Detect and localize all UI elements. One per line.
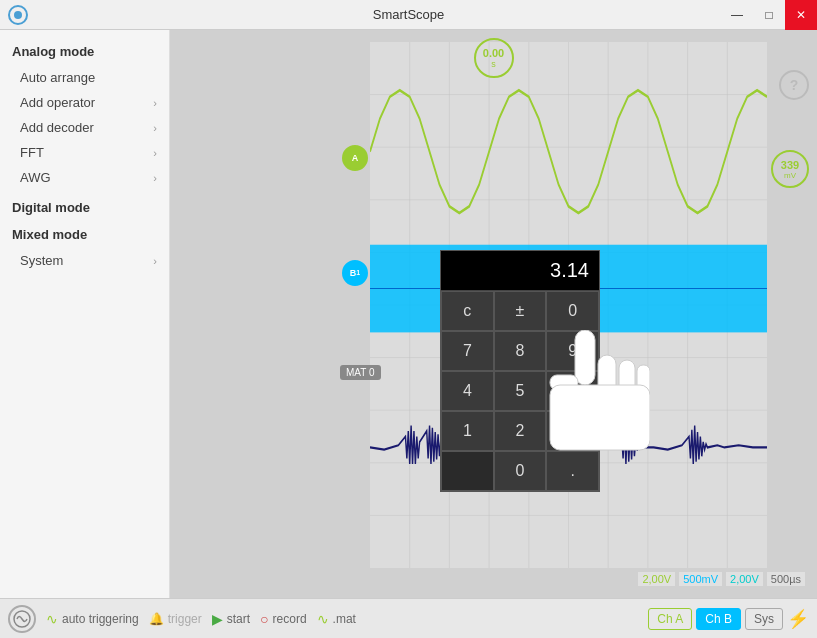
calc-dot-button[interactable]: . bbox=[546, 451, 599, 491]
digital-mode-title: Digital mode bbox=[0, 194, 169, 221]
calc-zero-first-button[interactable]: 0 bbox=[546, 291, 599, 331]
record-icon: ○ bbox=[260, 611, 268, 627]
voltage-indicator: 339 mV bbox=[771, 150, 809, 188]
start-item[interactable]: ▶ start bbox=[212, 611, 250, 627]
auto-arrange-label: Auto arrange bbox=[20, 70, 95, 85]
minimize-button[interactable]: — bbox=[721, 0, 753, 30]
window-title: SmartScope bbox=[373, 7, 445, 22]
app-logo bbox=[8, 5, 28, 25]
usb-icon: ⚡ bbox=[787, 608, 809, 630]
title-bar: SmartScope — □ ✕ bbox=[0, 0, 817, 30]
sidebar-item-add-operator[interactable]: Add operator › bbox=[0, 90, 169, 115]
mixed-mode-title: Mixed mode bbox=[0, 221, 169, 248]
sys-button[interactable]: Sys bbox=[745, 608, 783, 630]
sidebar-item-system[interactable]: System › bbox=[0, 248, 169, 273]
calc-5-button[interactable]: 5 bbox=[494, 371, 547, 411]
auto-triggering-item: ∿ auto triggering bbox=[46, 611, 139, 627]
ch-a-button[interactable]: Ch A bbox=[648, 608, 692, 630]
analog-mode-title: Analog mode bbox=[0, 38, 169, 65]
calc-empty-button bbox=[441, 451, 494, 491]
calculator: 3.14 c ± 0 7 8 9 4 5 6 1 2 3 0 bbox=[440, 250, 600, 492]
time-unit: s bbox=[491, 59, 496, 69]
ch-b-button[interactable]: Ch B bbox=[696, 608, 741, 630]
voltage-label-1: 2,00V bbox=[638, 572, 675, 586]
sidebar-item-add-decoder[interactable]: Add decoder › bbox=[0, 115, 169, 140]
calc-clear-button[interactable]: c bbox=[441, 291, 494, 331]
channel-a-label: A bbox=[352, 153, 359, 163]
chevron-right-icon: › bbox=[153, 255, 157, 267]
trigger-icon: 🔔 bbox=[149, 612, 164, 626]
start-label: start bbox=[227, 612, 250, 626]
voltage-value: 339 bbox=[781, 159, 799, 171]
trigger-label: trigger bbox=[168, 612, 202, 626]
chevron-right-icon: › bbox=[153, 172, 157, 184]
calc-7-button[interactable]: 7 bbox=[441, 331, 494, 371]
trigger-item: 🔔 trigger bbox=[149, 612, 202, 626]
calc-1-button[interactable]: 1 bbox=[441, 411, 494, 451]
voltage-label-3: 2,00V bbox=[726, 572, 763, 586]
mat-wave-icon: ∿ bbox=[317, 611, 329, 627]
record-item[interactable]: ○ record bbox=[260, 611, 306, 627]
channel-a-indicator[interactable]: A bbox=[342, 145, 368, 171]
channel-b-sublabel: 1 bbox=[356, 270, 360, 276]
bottom-bar: ∿ auto triggering 🔔 trigger ▶ start ○ re… bbox=[0, 598, 817, 638]
calc-2-button[interactable]: 2 bbox=[494, 411, 547, 451]
bottom-logo bbox=[8, 605, 36, 633]
sidebar-item-fft[interactable]: FFT › bbox=[0, 140, 169, 165]
channel-controls: Ch A Ch B Sys ⚡ bbox=[648, 608, 809, 630]
maximize-button[interactable]: □ bbox=[753, 0, 785, 30]
calculator-display: 3.14 bbox=[441, 251, 599, 291]
voltage-label-2: 500mV bbox=[679, 572, 722, 586]
sidebar-item-auto-arrange[interactable]: Auto arrange bbox=[0, 65, 169, 90]
sidebar-item-awg[interactable]: AWG › bbox=[0, 165, 169, 190]
system-label: System bbox=[20, 253, 63, 268]
svg-point-1 bbox=[14, 11, 22, 19]
mat-label: .mat bbox=[333, 612, 356, 626]
window-controls: — □ ✕ bbox=[721, 0, 817, 30]
record-label: record bbox=[273, 612, 307, 626]
sidebar: Analog mode Auto arrange Add operator › … bbox=[0, 30, 170, 598]
play-icon: ▶ bbox=[212, 611, 223, 627]
voltage-unit: mV bbox=[784, 171, 796, 180]
mat-indicator: MAT 0 bbox=[340, 365, 381, 380]
time-indicator: 0.00 s bbox=[474, 38, 514, 78]
awg-label: AWG bbox=[20, 170, 51, 185]
calc-4-button[interactable]: 4 bbox=[441, 371, 494, 411]
chevron-right-icon: › bbox=[153, 147, 157, 159]
chevron-right-icon: › bbox=[153, 122, 157, 134]
add-operator-label: Add operator bbox=[20, 95, 95, 110]
main-layout: Analog mode Auto arrange Add operator › … bbox=[0, 30, 817, 598]
time-value: 0.00 bbox=[483, 47, 504, 59]
add-decoder-label: Add decoder bbox=[20, 120, 94, 135]
close-button[interactable]: ✕ bbox=[785, 0, 817, 30]
trigger-wave-icon: ∿ bbox=[46, 611, 58, 627]
help-button[interactable]: ? bbox=[779, 70, 809, 100]
mat-item[interactable]: ∿ .mat bbox=[317, 611, 356, 627]
time-label: 500µs bbox=[767, 572, 805, 586]
calc-8-button[interactable]: 8 bbox=[494, 331, 547, 371]
calc-0-button[interactable]: 0 bbox=[494, 451, 547, 491]
chevron-right-icon: › bbox=[153, 97, 157, 109]
calc-plusminus-button[interactable]: ± bbox=[494, 291, 547, 331]
calc-6-button[interactable]: 6 bbox=[546, 371, 599, 411]
scope-bottom-labels: 2,00V 500mV 2,00V 500µs bbox=[638, 572, 805, 586]
calculator-buttons: c ± 0 7 8 9 4 5 6 1 2 3 0 . bbox=[441, 291, 599, 491]
calc-3-button[interactable]: 3 bbox=[546, 411, 599, 451]
calc-9-button[interactable]: 9 bbox=[546, 331, 599, 371]
channel-b-indicator[interactable]: B 1 bbox=[342, 260, 368, 286]
scope-area: 0.00 s 339 mV ? A B 1 MAT 0 bbox=[170, 30, 817, 598]
auto-triggering-label: auto triggering bbox=[62, 612, 139, 626]
fft-label: FFT bbox=[20, 145, 44, 160]
